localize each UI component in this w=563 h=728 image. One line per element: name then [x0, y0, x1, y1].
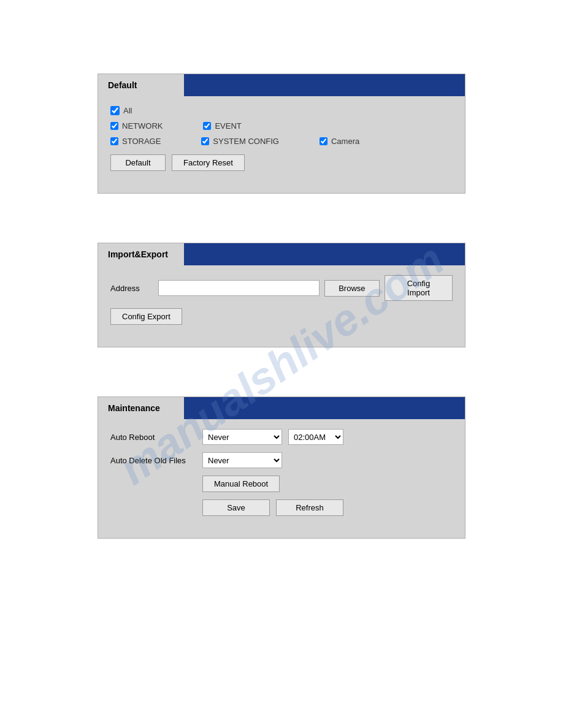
checkbox-system-config[interactable]: [201, 137, 209, 145]
import-export-panel-title: Import&Export: [98, 243, 184, 265]
manual-reboot-button[interactable]: Manual Reboot: [202, 476, 280, 492]
checkbox-row-storage-syscfg-camera: STORAGE SYSTEM CONFIG Camera: [110, 137, 453, 146]
checkbox-camera[interactable]: [320, 137, 327, 145]
maintenance-panel-body: Auto Reboot Never Daily Weekly Monthly 0…: [98, 419, 465, 526]
auto-delete-row: Auto Delete Old Files Never 1 Day 7 Days…: [110, 452, 453, 468]
import-export-panel-body: Address Browse Config Import Config Expo…: [98, 265, 465, 335]
default-button[interactable]: Default: [110, 154, 166, 171]
page-container: Default All NETWORK EVENT: [0, 0, 563, 612]
label-storage: STORAGE: [122, 137, 161, 146]
default-panel: Default All NETWORK EVENT: [98, 74, 465, 194]
config-export-row: Config Export: [110, 308, 453, 325]
checkbox-row-all: All: [110, 106, 453, 115]
checkbox-item-event: EVENT: [203, 121, 241, 131]
factory-reset-button[interactable]: Factory Reset: [172, 154, 245, 171]
label-all: All: [123, 106, 132, 115]
default-panel-title-bar: [184, 74, 465, 96]
label-event: EVENT: [215, 121, 241, 131]
checkbox-storage[interactable]: [110, 137, 118, 145]
import-export-panel: Import&Export Address Browse Config Impo…: [98, 243, 465, 347]
address-input[interactable]: [158, 280, 320, 296]
default-panel-title: Default: [98, 74, 184, 96]
import-export-panel-title-bar: [184, 243, 465, 265]
checkbox-event[interactable]: [203, 122, 211, 130]
checkbox-all[interactable]: [110, 106, 120, 115]
auto-delete-select[interactable]: Never 1 Day 7 Days 30 Days: [202, 452, 282, 468]
default-buttons-row: Default Factory Reset: [110, 154, 453, 171]
maintenance-panel-title: Maintenance: [98, 397, 184, 419]
browse-button[interactable]: Browse: [324, 280, 380, 297]
checkbox-item-camera: Camera: [320, 137, 359, 146]
checkbox-item-system-config: SYSTEM CONFIG: [201, 137, 279, 146]
address-row: Address Browse Config Import: [110, 275, 453, 301]
maintenance-panel-title-bar: [184, 397, 465, 419]
manual-reboot-row: Manual Reboot: [202, 476, 453, 492]
auto-reboot-label: Auto Reboot: [110, 433, 196, 442]
auto-delete-label: Auto Delete Old Files: [110, 456, 196, 465]
import-export-panel-header: Import&Export: [98, 243, 465, 265]
default-panel-body: All NETWORK EVENT STORAGE: [98, 96, 465, 181]
auto-reboot-row: Auto Reboot Never Daily Weekly Monthly 0…: [110, 429, 453, 445]
default-panel-header: Default: [98, 74, 465, 96]
label-camera: Camera: [331, 137, 359, 146]
label-network: NETWORK: [122, 121, 163, 131]
checkbox-network[interactable]: [110, 122, 118, 130]
checkbox-item-network: NETWORK: [110, 121, 163, 131]
config-export-button[interactable]: Config Export: [110, 308, 182, 325]
auto-reboot-select[interactable]: Never Daily Weekly Monthly: [202, 429, 282, 445]
label-system-config: SYSTEM CONFIG: [213, 137, 279, 146]
maintenance-panel-header: Maintenance: [98, 397, 465, 419]
save-refresh-row: Save Refresh: [202, 499, 453, 516]
save-button[interactable]: Save: [202, 499, 270, 516]
auto-reboot-time-select[interactable]: 02:00AM 03:00AM 04:00AM: [288, 429, 343, 445]
checkbox-row-network-event: NETWORK EVENT: [110, 121, 453, 131]
maintenance-panel: Maintenance Auto Reboot Never Daily Week…: [98, 396, 465, 539]
address-label: Address: [110, 284, 153, 293]
refresh-button[interactable]: Refresh: [276, 499, 343, 516]
checkbox-item-storage: STORAGE: [110, 137, 161, 146]
config-import-button[interactable]: Config Import: [385, 275, 453, 301]
